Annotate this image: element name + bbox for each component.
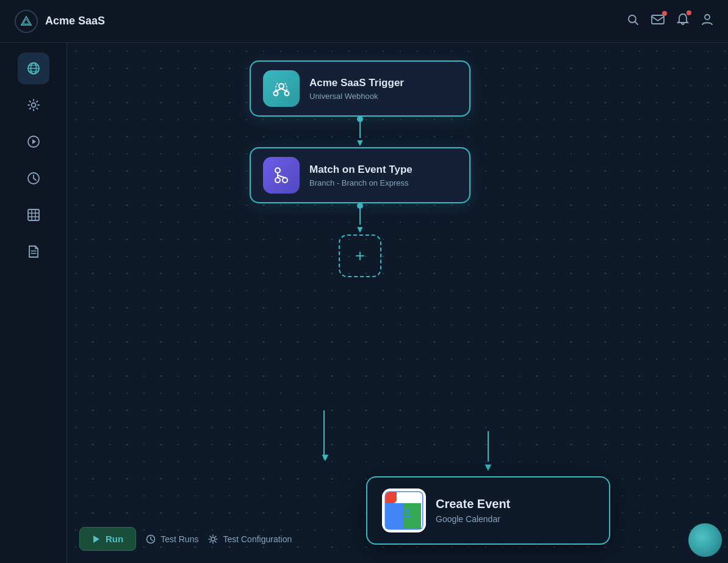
app-logo [15,10,38,33]
create-event-area: ▼ [366,431,610,545]
app-title: Acme SaaS [45,15,105,27]
branch-node[interactable]: Match on Event Type Branch - Branch on E… [250,148,470,203]
run-button-label: Run [106,534,123,544]
sidebar-item-globe[interactable] [18,53,49,84]
create-event-connector-arrow: ▼ [483,462,494,473]
create-event-connector-line [488,431,489,462]
svg-point-10 [274,92,278,96]
svg-point-13 [283,178,287,183]
branch-node-subtitle: Branch - Branch on Express [309,178,457,187]
sidebar-item-run[interactable] [18,126,49,158]
main-layout: Acme SaaS Trigger Universal Webhook ▼ [0,43,728,563]
connector-arrow-2: ▼ [355,225,365,234]
svg-rect-8 [28,209,39,220]
add-step-button[interactable]: + [339,234,381,277]
bell-badge [687,10,691,15]
bell-icon[interactable] [677,13,689,29]
svg-rect-1 [652,15,664,24]
branch-node-title: Match on Event Type [309,164,457,176]
create-event-subtitle: Google Calendar [436,514,510,524]
run-button[interactable]: Run [79,527,136,551]
header-right [627,13,713,29]
connector-line-2 [359,209,361,225]
sidebar-item-history[interactable] [18,162,49,194]
test-runs-button[interactable]: Test Runs [146,534,198,544]
svg-point-9 [279,84,284,89]
svg-rect-26 [421,496,422,528]
header-left: Acme SaaS [15,10,105,33]
trigger-node[interactable]: Acme SaaS Trigger Universal Webhook [250,61,470,116]
connector-1: ▼ [355,116,365,148]
create-event-title: Create Event [436,497,510,511]
user-icon[interactable] [701,13,713,29]
svg-point-12 [275,168,280,173]
branch-node-icon [263,157,300,194]
sidebar-item-table[interactable] [18,199,49,231]
svg-text:31: 31 [397,506,411,521]
create-event-text: Create Event Google Calendar [436,497,510,524]
test-config-label: Test Configuration [223,534,292,544]
create-event-node[interactable]: 31 Create Event Google Calendar [366,476,610,545]
connector-dot-1 [357,116,363,122]
svg-point-0 [629,15,636,23]
teal-orb [688,523,722,557]
app-header: Acme SaaS [0,0,728,43]
trigger-node-text: Acme SaaS Trigger Universal Webhook [309,77,457,101]
test-config-button[interactable]: Test Configuration [208,534,292,544]
connector-dot-2 [357,203,363,209]
connector-arrow-1: ▼ [355,138,365,148]
trigger-node-title: Acme SaaS Trigger [309,77,457,89]
sidebar-item-settings[interactable] [18,89,49,121]
sidebar-item-document[interactable] [18,236,49,267]
svg-point-14 [275,178,280,183]
gcal-icon: 31 [382,489,426,532]
svg-point-5 [31,103,35,107]
branch-node-text: Match on Event Type Branch - Branch on E… [309,164,457,187]
external-connector-arrow: ▼ [320,451,331,464]
trigger-node-subtitle: Universal Webhook [309,92,457,101]
bottom-toolbar: Run Test Runs Test Configuration [79,527,292,551]
test-runs-label: Test Runs [160,534,198,544]
add-icon: + [355,246,365,266]
sidebar [0,43,67,563]
svg-point-11 [285,92,289,96]
svg-point-2 [705,15,710,20]
svg-point-16 [211,537,215,541]
search-icon[interactable] [627,13,639,29]
mail-badge [662,11,667,16]
svg-rect-24 [389,492,397,501]
connector-line-1 [359,122,361,138]
connector-2: ▼ [355,203,365,234]
flow-container: Acme SaaS Trigger Universal Webhook ▼ [250,61,470,277]
mail-icon[interactable] [651,13,665,29]
trigger-node-icon [263,70,300,107]
